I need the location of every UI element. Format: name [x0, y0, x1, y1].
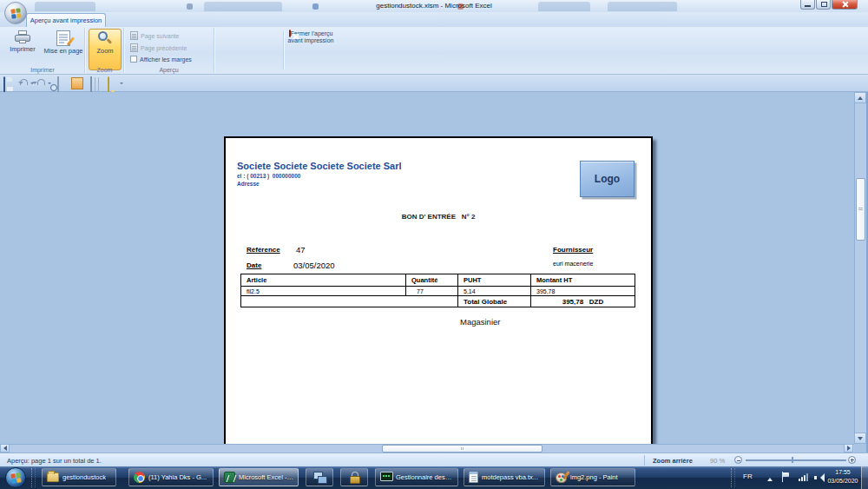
reference-label: Référence: [247, 246, 280, 254]
status-text: Aperçu: page 1 sur un total de 1.: [7, 457, 102, 465]
document-title: BON D' ENTRÉE N° 2: [226, 213, 651, 221]
comment-icon[interactable]: [108, 76, 109, 93]
table-icon[interactable]: [90, 76, 92, 93]
cell-article: fil2.5: [241, 287, 406, 296]
header-article: Article: [241, 274, 406, 287]
supplier-value: euri macenerie: [553, 261, 593, 267]
close-print-preview-button[interactable]: Fermer l'aperçu avant impression: [286, 30, 336, 70]
minimize-button[interactable]: [800, 0, 815, 10]
taskbar-item-chrome[interactable]: (11) Yahia Dks - G...: [128, 468, 214, 486]
office-button[interactable]: [4, 2, 27, 24]
paint-icon: [556, 472, 567, 483]
zoom-button[interactable]: Zoom: [89, 29, 122, 70]
signature-label: Magasinier: [460, 317, 500, 327]
scroll-up-button[interactable]: [854, 92, 866, 103]
taskbar-item-notepad[interactable]: motdepass vba.tx...: [464, 468, 545, 486]
horizontal-scrollbar[interactable]: [0, 444, 854, 453]
language-indicator[interactable]: FR: [743, 472, 753, 480]
taskbar-item-label: motdepass vba.tx...: [482, 473, 538, 481]
cell-montant-ht: 395,78: [531, 287, 635, 296]
status-bar: Aperçu: page 1 sur un total de 1. Zoom a…: [0, 453, 868, 466]
zoom-slider-track[interactable]: [746, 459, 846, 461]
show-margins-label: Afficher les marges: [140, 56, 192, 63]
maximize-button[interactable]: [816, 0, 831, 10]
taskbar-item-lock-app[interactable]: [340, 468, 368, 486]
scroll-down-button[interactable]: [854, 433, 866, 444]
page-setup-button[interactable]: Mise en page: [43, 30, 83, 64]
vertical-scroll-thumb[interactable]: [856, 178, 865, 241]
show-desktop-button[interactable]: [861, 466, 868, 489]
table-header-row: Article Quantité PUHT Montant HT: [241, 274, 635, 287]
status-separator: [644, 455, 645, 466]
print-button[interactable]: Imprimer: [3, 30, 43, 64]
taskbar-item-task-manager[interactable]: Gestionnaire des t...: [375, 468, 458, 486]
remote-computers-icon: [313, 472, 326, 483]
company-address: Adresse: [237, 181, 260, 187]
zoom-percent[interactable]: 90 %: [710, 457, 725, 465]
items-table: Article Quantité PUHT Montant HT fil2.5 …: [240, 274, 635, 307]
ribbon-group-zoom: Zoom Zoom: [86, 28, 124, 73]
redo-icon[interactable]: [36, 77, 49, 89]
close-button[interactable]: [832, 0, 858, 10]
company-phone: el : ( 00213 ) 000000000: [237, 173, 300, 179]
arrow-up-icon: [858, 94, 863, 100]
supplier-label: Fournisseur: [553, 246, 593, 254]
folder-icon: [47, 472, 59, 482]
window-title: gestiondustock.xlsm - Microsoft Excel: [0, 2, 868, 10]
taskbar-grip: [31, 468, 36, 487]
print-button-label: Imprimer: [10, 45, 36, 53]
ribbon: Imprimer Mise en page Imprimer Zoom Zoom…: [0, 27, 868, 75]
network-signal-icon[interactable]: [799, 473, 809, 481]
taskbar-item-gestiondustock[interactable]: gestiondustock: [42, 468, 116, 486]
vertical-scrollbar[interactable]: [854, 92, 866, 444]
show-margins-checkbox-row[interactable]: Afficher les marges: [130, 56, 192, 63]
minimize-icon: [805, 5, 811, 7]
clock-date: 03/05/2020: [825, 477, 861, 486]
cell-total-spacer: [241, 296, 458, 307]
previous-page-icon: [130, 43, 138, 52]
close-preview-icon: [289, 30, 291, 37]
save-icon[interactable]: [3, 76, 5, 93]
undo-icon[interactable]: [19, 77, 31, 89]
notepad-icon: [469, 472, 478, 483]
action-center-flag-icon[interactable]: [782, 472, 790, 482]
tab-apercu-avant-impression[interactable]: Aperçu avant impression: [26, 13, 106, 27]
volume-icon[interactable]: [814, 473, 825, 482]
zoom-in-button[interactable]: [848, 456, 856, 464]
taskbar-item-remote-app[interactable]: [306, 468, 333, 486]
scroll-left-button[interactable]: [0, 444, 10, 453]
excel-icon: [224, 472, 235, 483]
ribbon-tab-row: Aperçu avant impression: [0, 12, 868, 27]
page-setup-quick-icon[interactable]: [71, 77, 83, 89]
tray-hidden-icons-arrow[interactable]: [767, 475, 773, 481]
next-page-button[interactable]: Page suivante: [130, 31, 179, 40]
group-label-imprimer: Imprimer: [1, 67, 84, 73]
clock[interactable]: 17:55 03/05/2020: [825, 468, 861, 486]
group-label-zoom: Zoom: [86, 67, 123, 73]
page-setup-button-label: Mise en page: [43, 47, 82, 55]
show-margins-checkbox[interactable]: [130, 56, 137, 63]
windows-logo-icon: [10, 472, 21, 483]
zoom-tooltip-label: Zoom arrière: [653, 457, 693, 465]
horizontal-scroll-thumb[interactable]: [382, 445, 542, 453]
arrow-left-icon: [1, 446, 7, 451]
page-setup-icon: [56, 30, 70, 46]
header-montant-ht: Montant HT: [531, 274, 635, 287]
clock-time: 17:55: [825, 468, 861, 477]
taskbar-item-excel[interactable]: Microsoft Excel - ...: [219, 468, 299, 486]
customize-dropdown-icon[interactable]: [120, 83, 123, 86]
next-page-label: Page suivante: [141, 33, 179, 39]
start-button[interactable]: [5, 467, 26, 488]
taskbar-item-paint[interactable]: img2.png - Paint: [550, 468, 635, 486]
excel-print-preview-screen: gestiondustock.xlsm - Microsoft Excel Ap…: [0, 0, 868, 489]
printer-icon: [14, 30, 31, 44]
zoom-slider-notch: [792, 457, 793, 463]
taskbar: gestiondustock (11) Yahia Dks - G... Mic…: [0, 466, 868, 489]
office-logo-icon: [10, 8, 21, 18]
previous-page-button[interactable]: Page précédente: [130, 43, 187, 52]
zoom-out-button[interactable]: [734, 456, 742, 464]
print-preview-icon[interactable]: [57, 76, 59, 93]
scroll-right-button[interactable]: [844, 444, 853, 453]
ribbon-group-imprimer: Imprimer Mise en page Imprimer: [1, 28, 85, 73]
header-quantite: Quantité: [406, 274, 458, 287]
